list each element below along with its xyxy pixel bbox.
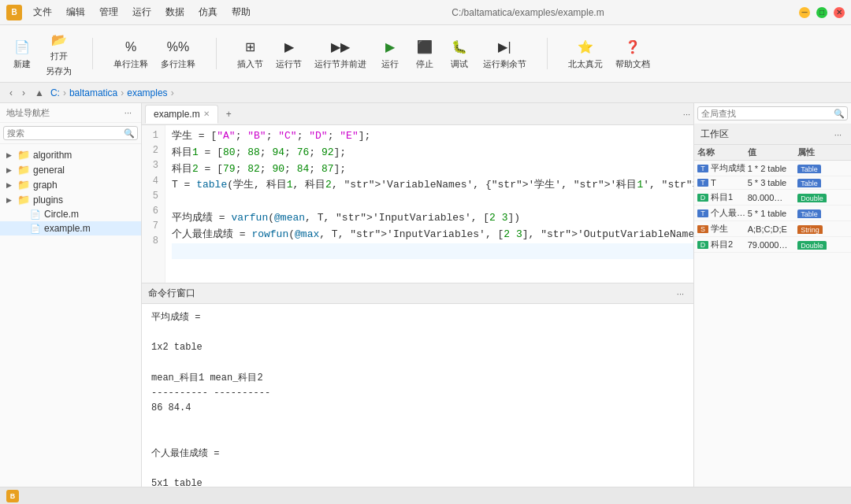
- command-line: [151, 461, 684, 476]
- breadcrumb-baltamatica[interactable]: baltamatica: [69, 87, 117, 98]
- workspace-row[interactable]: D 科目1 80.000… Double: [694, 190, 851, 206]
- ws-value: 5 * 3 table: [748, 178, 798, 187]
- ws-name: D 科目1: [697, 191, 748, 203]
- tab-add-button[interactable]: +: [220, 106, 238, 123]
- ws-name: S 学生: [697, 223, 748, 235]
- tab-close-button[interactable]: ✕: [203, 109, 210, 118]
- debug-button[interactable]: 🐛 调试: [444, 35, 475, 73]
- close-button[interactable]: ✕: [834, 7, 845, 18]
- ws-badge-label: Double: [797, 241, 827, 250]
- code-line-1[interactable]: 学生 = ["A"; "B"; "C"; "D"; "E"];: [172, 128, 693, 145]
- ws-badge: String: [797, 224, 848, 234]
- title-bar-left: B 文件编辑管理运行数据仿真帮助: [6, 2, 257, 22]
- tree-item-algorithm[interactable]: ▶📁algorithm: [0, 147, 141, 162]
- ws-type-icon: T: [697, 165, 708, 172]
- north-star-button[interactable]: ⭐ 北太真元: [563, 35, 608, 73]
- workspace-more-button[interactable]: ···: [831, 128, 845, 141]
- menu-item-文件[interactable]: 文件: [27, 2, 58, 22]
- tree-item-plugins[interactable]: ▶📁plugins: [0, 192, 141, 207]
- code-line-2[interactable]: 科目1 = [80; 88; 94; 76; 92];: [172, 145, 693, 161]
- sidebar-more-button[interactable]: ···: [121, 106, 135, 119]
- menu-item-数据[interactable]: 数据: [159, 2, 191, 22]
- tree-item-general[interactable]: ▶📁general: [0, 162, 141, 177]
- new-button[interactable]: 📄 新建: [6, 35, 38, 73]
- tree-arrow: ▶: [6, 196, 14, 204]
- code-line-3[interactable]: 科目2 = [79; 82; 90; 84; 87];: [172, 161, 693, 178]
- command-line: 86 84.4: [151, 401, 684, 416]
- left-sidebar: 地址导航栏 ··· 🔍 ▶📁algorithm▶📁general▶📁graph▶…: [0, 103, 142, 487]
- breadcrumb-examples[interactable]: examples: [127, 87, 167, 98]
- tree-item-label: algorithm: [33, 150, 135, 161]
- command-line: 1x2 table: [151, 340, 684, 355]
- tree-item-graph[interactable]: ▶📁graph: [0, 177, 141, 192]
- command-line: mean_科目1 mean_科目2: [151, 371, 684, 386]
- saveas-button[interactable]: 另存为: [41, 64, 76, 79]
- minimize-button[interactable]: ─: [799, 7, 810, 18]
- line-number-7: 7: [148, 219, 158, 234]
- help-icon: ❓: [623, 38, 642, 57]
- run-forward-icon: ▶▶: [331, 38, 350, 57]
- command-more-button[interactable]: ···: [674, 287, 687, 300]
- sidebar-tree: ▶📁algorithm▶📁general▶📁graph▶📁plugins📄Cir…: [0, 144, 141, 487]
- nav-back[interactable]: ‹: [6, 86, 16, 100]
- workspace-row[interactable]: T 平均成绩 1 * 2 table Table: [694, 161, 851, 176]
- ws-badge-label: Table: [797, 165, 821, 173]
- ws-type-icon: D: [697, 241, 708, 249]
- menu-item-管理[interactable]: 管理: [93, 2, 124, 22]
- code-content[interactable]: 学生 = ["A"; "B"; "C"; "D"; "E"];科目1 = [80…: [165, 125, 693, 283]
- ws-type-icon: T: [697, 179, 708, 187]
- run-section-button[interactable]: ▶ 运行节: [271, 35, 307, 73]
- tree-item-example-m[interactable]: 📄example.m: [0, 221, 141, 235]
- workspace-table: T 平均成绩 1 * 2 table Table T T 5 * 3 table…: [694, 161, 851, 487]
- tab-more-button[interactable]: ···: [683, 109, 690, 119]
- tree-item-Circle-m[interactable]: 📄Circle.m: [0, 207, 141, 221]
- multi-comment-button[interactable]: %% 多行注释: [156, 35, 200, 73]
- stop-button[interactable]: ⬛ 停止: [409, 35, 440, 73]
- title-bar: B 文件编辑管理运行数据仿真帮助 C:/baltamatica/examples…: [0, 0, 851, 25]
- run-button[interactable]: ▶ 运行: [374, 35, 406, 73]
- toolbar-group-run: ⊞ 插入节 ▶ 运行节 ▶▶ 运行节并前进 ▶ 运行 ⬛ 停止 🐛 调试 ▶| …: [232, 35, 531, 73]
- app-logo: B: [6, 5, 22, 20]
- help-button[interactable]: ❓ 帮助文档: [611, 35, 655, 73]
- tab-example-m[interactable]: example.m ✕: [145, 105, 218, 124]
- tree-arrow: ▶: [6, 166, 14, 174]
- tree-item-label: graph: [33, 180, 135, 191]
- ws-badge: Table: [797, 164, 848, 173]
- breadcrumb-c[interactable]: C:: [50, 87, 60, 98]
- nav-forward[interactable]: ›: [19, 86, 28, 100]
- workspace-row[interactable]: T T 5 * 3 table Table: [694, 176, 851, 190]
- sidebar-search: 🔍: [0, 123, 141, 144]
- code-line-8[interactable]: [172, 243, 693, 260]
- run-and-forward-button[interactable]: ▶▶ 运行节并前进: [310, 35, 371, 73]
- menu-item-仿真[interactable]: 仿真: [192, 2, 224, 22]
- command-line: 个人最佳成绩 =: [151, 447, 684, 461]
- workspace-search-input[interactable]: [697, 106, 848, 120]
- code-editor[interactable]: 12345678学生 = ["A"; "B"; "C"; "D"; "E"];科…: [142, 125, 693, 283]
- open-button[interactable]: 📂 打开: [41, 28, 76, 64]
- line-number-8: 8: [148, 234, 158, 249]
- command-line: [151, 432, 684, 447]
- workspace-row[interactable]: T 个人最… 5 * 1 table Table: [694, 206, 851, 221]
- menu-item-编辑[interactable]: 编辑: [60, 2, 91, 22]
- single-comment-button[interactable]: % 单行注释: [109, 35, 153, 73]
- workspace-row[interactable]: D 科目2 79.0000… Double: [694, 237, 851, 253]
- folder-icon: 📁: [17, 164, 30, 176]
- menu-item-运行[interactable]: 运行: [126, 2, 158, 22]
- code-line-4[interactable]: T = table(学生, 科目1, 科目2, "str">'VariableN…: [172, 177, 693, 194]
- code-line-7[interactable]: 个人最佳成绩 = rowfun(@max, T, "str">'InputVar…: [172, 227, 693, 243]
- new-icon: 📄: [13, 38, 32, 57]
- insert-section-button[interactable]: ⊞ 插入节: [232, 35, 268, 73]
- menu-item-帮助[interactable]: 帮助: [225, 2, 257, 22]
- run-remaining-button[interactable]: ▶| 运行剩余节: [478, 35, 531, 73]
- nav-up[interactable]: ▲: [32, 86, 47, 100]
- ws-badge: Table: [797, 209, 848, 218]
- code-line-5[interactable]: [172, 194, 693, 210]
- workspace-row[interactable]: S 学生 A;B;C;D;E String: [694, 221, 851, 237]
- maximize-button[interactable]: □: [816, 7, 827, 18]
- toolbar-group-file: 📄 新建 📂 打开 另存为: [6, 28, 76, 79]
- sidebar-search-input[interactable]: [3, 126, 138, 140]
- command-line: 平均成绩 =: [151, 310, 684, 325]
- ws-name: D 科目2: [697, 239, 748, 250]
- code-line-6[interactable]: 平均成绩 = varfun(@mean, T, "str">'InputVari…: [172, 210, 693, 227]
- line-number-6: 6: [148, 204, 158, 219]
